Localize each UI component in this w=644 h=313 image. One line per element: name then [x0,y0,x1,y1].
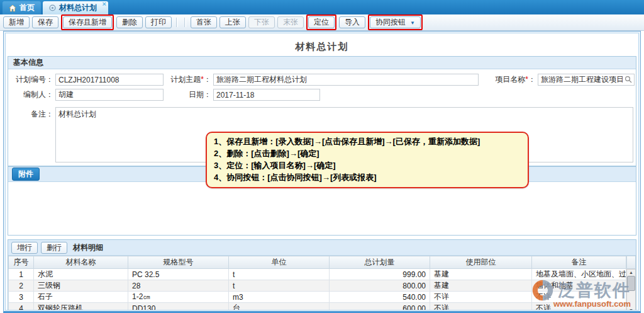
table-header-row: 序号 材料名称 规格型号 单位 总计划量 使用部位 备注 [9,256,626,269]
watermark: 泛普软件 www.fanpusoft.com [531,279,631,309]
help-note-line: 4、协同按钮：[点击协同按钮]→[列表或报表] [214,172,521,184]
header-filler [626,256,636,269]
col-material-name: 材料名称 [34,256,128,269]
help-note-line: 1、保存且新增：[录入数据]→[点击保存且新增]→[已保存，重新添加数据] [214,136,521,148]
cell-remark[interactable]: 地基及墙面、小区地面、过道 [532,269,626,280]
attachment-area [8,182,636,235]
plan-no-input[interactable] [55,74,164,86]
print-button[interactable]: 打印 [145,16,172,28]
basic-info-header: 基本信息 [8,57,636,69]
help-note-line: 2、删除：[点击删除]→[确定] [214,148,521,160]
next-record-button: 下张 [248,16,275,28]
compiler-label: 编制人： [9,89,53,100]
project-name-input[interactable] [538,74,635,86]
cell-usage-part[interactable]: 基建 [430,280,532,292]
tab-close-icon[interactable]: × [103,1,106,8]
cell-total-qty[interactable]: 800.00 [330,280,430,292]
new-button[interactable]: 新增 [3,16,30,28]
col-spec: 规格型号 [128,256,229,269]
search-icon[interactable] [625,76,632,83]
cell-spec[interactable]: 1-2㎝ [128,292,229,303]
plan-no-label: 计划编号： [9,74,53,85]
cell-usage-part[interactable]: 不详 [430,303,532,311]
toolbar-separator [184,18,186,27]
cell-total-qty[interactable]: 540.00 [330,292,430,303]
cell-total-qty[interactable]: 999.00 [330,269,430,280]
compiler-input[interactable] [55,89,164,101]
cell-no: 2 [9,280,34,292]
cell-spec[interactable]: 28 [128,280,229,292]
plan-no-field: 计划编号： [9,74,164,86]
cell-usage-part[interactable]: 基建 [430,269,532,280]
col-no: 序号 [9,256,34,269]
toolbar: 新增 保存 保存且新增 删除 打印 首张 上张 下张 末张 定位 导入 协同按钮… [0,14,644,31]
content-panel: 材料总计划 基本信息 计划编号： 计划主题*： 项目名称*： [3,31,641,313]
tab-home[interactable]: 首页 [3,1,41,14]
save-and-new-button[interactable]: 保存且新增 [63,16,112,28]
page-icon [49,4,56,11]
remark-label: 备注： [9,107,53,120]
cell-unit[interactable]: t [229,269,330,280]
attachment-button[interactable]: 附件 [12,168,40,181]
col-total-qty: 总计划量 [330,256,430,269]
cell-material-name[interactable]: 水泥 [34,269,128,280]
scroll-up-icon[interactable]: ▲ [629,270,633,275]
plan-subject-input[interactable] [213,74,479,86]
collab-highlight: 协同按钮▼ [368,14,423,30]
tab-bar: 首页 材料总计划 × [0,0,644,14]
project-name-label: 项目名称*： [495,74,536,85]
help-note-line: 3、定位：[输入项目名称]→[确定] [214,160,521,172]
locate-button[interactable]: 定位 [308,16,335,28]
help-note: 1、保存且新增：[录入数据]→[点击保存且新增]→[已保存，重新添加数据] 2、… [206,132,529,188]
cell-material-name[interactable]: 双钢轮压路机 [34,303,128,311]
date-field: 日期： [169,89,320,101]
collab-button[interactable]: 协同按钮▼ [370,16,421,28]
form-page: 材料总计划 基本信息 计划编号： 计划主题*： 项目名称*： [5,33,639,310]
material-detail-header: 增行 删行 材料明细 [8,240,636,256]
date-label: 日期： [169,89,211,100]
compiler-field: 编制人： [9,89,164,101]
import-button[interactable]: 导入 [339,16,365,28]
last-record-button: 末张 [277,16,304,28]
cell-no: 3 [9,292,34,303]
chevron-down-icon: ▼ [410,20,415,26]
tab-material-plan[interactable]: 材料总计划 × [43,1,108,14]
watermark-brand: 泛普软件 [558,279,631,302]
plan-subject-field: 计划主题*： [169,74,479,86]
col-usage-part: 使用部位 [430,256,532,269]
delete-row-button[interactable]: 删行 [41,242,67,254]
cell-total-qty[interactable]: 600.00 [330,303,430,311]
app-window: 首页 材料总计划 × 新增 保存 保存且新增 删除 打印 首张 上张 下张 末张… [0,0,644,313]
save-button[interactable]: 保存 [32,16,58,28]
cell-spec[interactable]: PC 32.5 [128,269,229,280]
cell-usage-part[interactable]: 不详 [430,292,532,303]
toolbar-separator [176,18,178,27]
project-name-field: 项目名称*： [495,74,635,86]
prev-record-button[interactable]: 上张 [219,16,246,28]
cell-unit[interactable]: t [229,280,330,292]
cell-no: 4 [9,303,34,311]
locate-highlight: 定位 [306,14,336,30]
cell-material-name[interactable]: 石子 [34,292,128,303]
save-and-new-highlight: 保存且新增 [61,14,114,30]
date-input[interactable] [213,89,320,101]
add-row-button[interactable]: 增行 [11,242,38,254]
cell-material-name[interactable]: 三级钢 [34,280,128,292]
home-icon [9,4,16,12]
material-detail-title: 材料明细 [73,242,103,253]
col-unit: 单位 [229,256,330,269]
delete-button[interactable]: 删除 [116,16,143,28]
cell-spec[interactable]: DD130 [128,303,229,311]
cell-no: 1 [9,269,34,280]
first-record-button[interactable]: 首张 [191,16,217,28]
cell-unit[interactable]: m3 [229,292,330,303]
collab-button-label: 协同按钮 [375,18,406,26]
fanpu-logo-icon [531,279,554,302]
plan-subject-label: 计划主题*： [169,74,211,85]
tab-home-label: 首页 [19,3,35,13]
page-title: 材料总计划 [8,33,636,56]
col-remark: 备注 [532,256,626,269]
cell-unit[interactable]: 台 [229,303,330,311]
table-row[interactable]: 1 水泥 PC 32.5 t 999.00 基建 地基及墙面、小区地面、过道 [9,269,626,280]
tab-material-plan-label: 材料总计划 [59,3,97,13]
